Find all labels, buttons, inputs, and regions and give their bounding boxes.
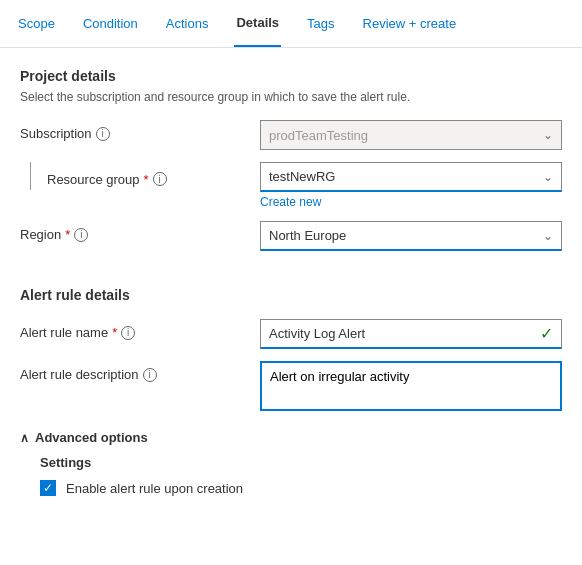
region-select[interactable]: North Europe ⌄ bbox=[260, 221, 562, 251]
alert-rule-name-control: Activity Log Alert ✓ bbox=[260, 319, 562, 349]
alert-rule-desc-row: Alert rule description i Alert on irregu… bbox=[20, 361, 562, 414]
nav-scope[interactable]: Scope bbox=[16, 0, 57, 47]
nav-condition[interactable]: Condition bbox=[81, 0, 140, 47]
subscription-row: Subscription i prodTeamTesting ⌄ bbox=[20, 120, 562, 150]
alert-rule-desc-textarea[interactable]: Alert on irregular activity bbox=[260, 361, 562, 411]
checkbox-check-icon: ✓ bbox=[43, 482, 53, 494]
alert-rule-name-valid-icon: ✓ bbox=[540, 324, 553, 343]
alert-rule-desc-label: Alert rule description i bbox=[20, 361, 260, 382]
region-label: Region * i bbox=[20, 221, 260, 242]
resource-group-value: testNewRG bbox=[269, 169, 335, 184]
alert-rule-details-title: Alert rule details bbox=[20, 287, 562, 303]
resource-group-info-icon[interactable]: i bbox=[153, 172, 167, 186]
region-row: Region * i North Europe ⌄ bbox=[20, 221, 562, 251]
enable-alert-row: ✓ Enable alert rule upon creation bbox=[40, 480, 562, 496]
resource-group-row: Resource group * i testNewRG ⌄ Create ne… bbox=[20, 162, 562, 209]
alert-rule-name-info-icon[interactable]: i bbox=[121, 326, 135, 340]
advanced-options-title: Advanced options bbox=[35, 430, 148, 445]
alert-rule-section: Alert rule details Alert rule name * i A… bbox=[20, 287, 562, 414]
project-details-title: Project details bbox=[20, 68, 562, 84]
region-chevron-icon: ⌄ bbox=[543, 229, 553, 243]
rg-indent-line bbox=[30, 162, 31, 190]
subscription-control: prodTeamTesting ⌄ bbox=[260, 120, 562, 150]
main-content: Project details Select the subscription … bbox=[0, 48, 582, 516]
create-new-link[interactable]: Create new bbox=[260, 195, 321, 209]
nav-actions[interactable]: Actions bbox=[164, 0, 211, 47]
alert-rule-desc-control: Alert on irregular activity bbox=[260, 361, 562, 414]
region-info-icon[interactable]: i bbox=[74, 228, 88, 242]
nav-review-create[interactable]: Review + create bbox=[361, 0, 459, 47]
region-control: North Europe ⌄ bbox=[260, 221, 562, 251]
alert-rule-name-value: Activity Log Alert bbox=[269, 326, 365, 341]
alert-rule-name-label: Alert rule name * i bbox=[20, 319, 260, 340]
resource-group-chevron-icon: ⌄ bbox=[543, 170, 553, 184]
enable-alert-checkbox[interactable]: ✓ bbox=[40, 480, 56, 496]
resource-group-control: testNewRG ⌄ Create new bbox=[260, 162, 562, 209]
resource-group-label: Resource group * i bbox=[47, 166, 167, 187]
alert-rule-desc-info-icon[interactable]: i bbox=[143, 368, 157, 382]
alert-rule-name-required: * bbox=[112, 325, 117, 340]
region-value: North Europe bbox=[269, 228, 346, 243]
resource-group-required: * bbox=[144, 172, 149, 187]
alert-rule-name-input-box[interactable]: Activity Log Alert ✓ bbox=[260, 319, 562, 349]
advanced-options-section: ∧ Advanced options Settings ✓ Enable ale… bbox=[20, 430, 562, 496]
settings-sub: Settings ✓ Enable alert rule upon creati… bbox=[40, 455, 562, 496]
enable-alert-label: Enable alert rule upon creation bbox=[66, 481, 243, 496]
advanced-options-toggle[interactable]: ∧ Advanced options bbox=[20, 430, 562, 445]
alert-rule-name-row: Alert rule name * i Activity Log Alert ✓ bbox=[20, 319, 562, 349]
top-navigation: Scope Condition Actions Details Tags Rev… bbox=[0, 0, 582, 48]
rg-label-wrap: Resource group * i bbox=[20, 162, 260, 190]
resource-group-select[interactable]: testNewRG ⌄ bbox=[260, 162, 562, 192]
settings-label: Settings bbox=[40, 455, 562, 470]
subscription-label: Subscription i bbox=[20, 120, 260, 141]
subscription-value: prodTeamTesting bbox=[269, 128, 368, 143]
subscription-info-icon[interactable]: i bbox=[96, 127, 110, 141]
nav-details[interactable]: Details bbox=[234, 0, 281, 47]
collapse-icon: ∧ bbox=[20, 431, 29, 445]
subscription-select[interactable]: prodTeamTesting ⌄ bbox=[260, 120, 562, 150]
project-details-desc: Select the subscription and resource gro… bbox=[20, 90, 562, 104]
nav-tags[interactable]: Tags bbox=[305, 0, 336, 47]
region-required: * bbox=[65, 227, 70, 242]
subscription-chevron-icon: ⌄ bbox=[543, 128, 553, 142]
